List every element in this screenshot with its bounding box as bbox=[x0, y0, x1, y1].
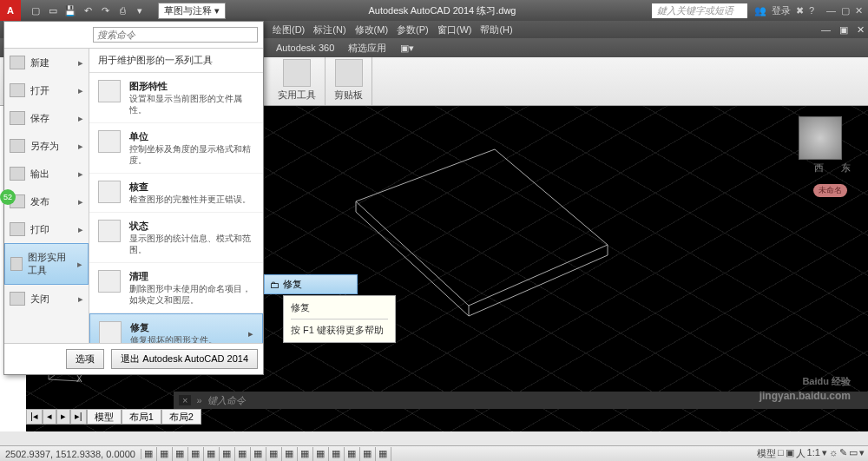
help-icon[interactable]: ? bbox=[809, 5, 814, 16]
status-toggle-5[interactable]: ▦ bbox=[220, 447, 235, 461]
cmdline-close-icon[interactable]: × bbox=[179, 395, 191, 405]
app-menu-item-2[interactable]: 保存▸ bbox=[4, 104, 89, 132]
watermark-url: jingyan.baidu.com bbox=[760, 390, 851, 402]
app-menu-search-input[interactable] bbox=[93, 27, 258, 43]
user-signin[interactable]: 登录 bbox=[772, 4, 791, 17]
qat-open-icon[interactable]: ▭ bbox=[45, 3, 61, 18]
status-toggle-4[interactable]: ▦ bbox=[204, 447, 220, 461]
status-toggle-2[interactable]: ▦ bbox=[173, 447, 188, 461]
status-toggle-6[interactable]: ▦ bbox=[235, 447, 251, 461]
exit-button[interactable]: 退出 Autodesk AutoCAD 2014 bbox=[111, 349, 258, 369]
qat-dropdown-icon[interactable]: ▾ bbox=[132, 3, 148, 18]
minimize-button[interactable]: — bbox=[826, 5, 836, 16]
help-search-input[interactable]: 鍵入关键字或短语 bbox=[652, 3, 747, 18]
app-menu-entry-1[interactable]: 单位控制坐标及角度的显示格式和精度。 bbox=[89, 123, 263, 174]
options-button[interactable]: 选项 bbox=[66, 349, 104, 369]
app-logo[interactable]: A bbox=[0, 0, 21, 21]
status-right-3[interactable]: 人 bbox=[796, 447, 806, 460]
status-toggle-12[interactable]: ▦ bbox=[329, 447, 345, 461]
menu-parametric[interactable]: 参数(P) bbox=[393, 23, 432, 36]
submenu-more-icon[interactable]: 🗀 bbox=[271, 293, 280, 304]
infocenter-icon[interactable]: 👥 bbox=[754, 5, 766, 16]
entry-title: 单位 bbox=[129, 130, 254, 143]
tab-expand-icon[interactable]: ▣▾ bbox=[393, 43, 421, 54]
status-toggle-14[interactable]: ▦ bbox=[360, 447, 376, 461]
cmdline-arrow-icon[interactable]: » bbox=[196, 395, 201, 405]
status-toggle-15[interactable]: ▦ bbox=[376, 447, 391, 461]
tab-nav-prev[interactable]: ◂ bbox=[43, 409, 56, 425]
status-toggle-13[interactable]: ▦ bbox=[345, 447, 360, 461]
menu-item-label: 保存 bbox=[30, 112, 49, 125]
ribbon-group-utilities[interactable]: 实用工具 bbox=[269, 57, 326, 105]
maximize-button[interactable]: ▢ bbox=[841, 5, 850, 16]
unnamed-view-pill[interactable]: 未命名 bbox=[813, 184, 847, 197]
status-toggle-3[interactable]: ▦ bbox=[188, 447, 204, 461]
status-right-4[interactable]: 1:1 bbox=[807, 447, 820, 460]
submenu-recover[interactable]: 🗀 修复 bbox=[264, 274, 358, 294]
qat-undo-icon[interactable]: ↶ bbox=[80, 3, 95, 18]
app-menu-entry-2[interactable]: 核查检查图形的完整性并更正错误。 bbox=[89, 174, 263, 213]
exchange-icon[interactable]: ✖ bbox=[796, 5, 804, 16]
app-menu-item-3[interactable]: 另存为▸ bbox=[4, 132, 89, 160]
doc-close-icon[interactable]: ✕ bbox=[853, 24, 868, 36]
qat-print-icon[interactable]: ⎙ bbox=[115, 3, 130, 18]
app-menu-item-7[interactable]: 图形实用工具▸ bbox=[4, 243, 89, 285]
chevron-right-icon: ▸ bbox=[78, 85, 83, 96]
menu-modify[interactable]: 修改(M) bbox=[352, 23, 392, 36]
doc-min-icon[interactable]: — bbox=[818, 24, 834, 35]
status-right-9[interactable]: ▾ bbox=[859, 447, 865, 460]
status-right-0[interactable]: 模型 bbox=[757, 447, 776, 460]
tab-nav-last[interactable]: ▸| bbox=[70, 409, 87, 425]
close-button[interactable]: ✕ bbox=[855, 5, 863, 16]
status-right-7[interactable]: ✎ bbox=[839, 447, 847, 460]
viewcube[interactable] bbox=[799, 116, 842, 160]
status-right-6[interactable]: ☼ bbox=[829, 447, 838, 460]
app-menu-item-6[interactable]: 打印▸ bbox=[4, 215, 89, 243]
status-toggle-9[interactable]: ▦ bbox=[282, 447, 298, 461]
doc-restore-icon[interactable]: ▣ bbox=[836, 24, 852, 36]
qat-save-icon[interactable]: 💾 bbox=[62, 3, 78, 18]
menu-dimension[interactable]: 标注(N) bbox=[310, 23, 349, 36]
tab-nav-first[interactable]: |◂ bbox=[26, 409, 43, 425]
status-toggle-11[interactable]: ▦ bbox=[313, 447, 329, 461]
status-right-8[interactable]: ▭ bbox=[849, 447, 858, 460]
menu-help[interactable]: 帮助(H) bbox=[477, 23, 516, 36]
tab-layout1[interactable]: 布局1 bbox=[122, 409, 161, 425]
chevron-right-icon: ▸ bbox=[78, 196, 83, 207]
app-menu-item-1[interactable]: 打开▸ bbox=[4, 76, 89, 104]
compass-east[interactable]: 东 bbox=[841, 161, 851, 175]
app-menu-entry-5[interactable]: 修复修复损坏的图形文件。▸ bbox=[89, 313, 263, 343]
status-toggle-10[interactable]: ▦ bbox=[298, 447, 313, 461]
menu-window[interactable]: 窗口(W) bbox=[434, 23, 476, 36]
status-toggle-8[interactable]: ▦ bbox=[266, 447, 282, 461]
tab-featured-apps[interactable]: 精选应用 bbox=[341, 42, 393, 55]
status-right-5[interactable]: ▾ bbox=[822, 447, 827, 460]
entry-icon bbox=[98, 80, 121, 102]
status-toggle-1[interactable]: ▦ bbox=[157, 447, 173, 461]
status-toggle-0[interactable]: ▦ bbox=[141, 447, 157, 461]
qat-new-icon[interactable]: ▢ bbox=[28, 3, 43, 18]
tab-model[interactable]: 模型 bbox=[87, 409, 122, 425]
app-menu-item-5[interactable]: 发布▸ bbox=[4, 188, 89, 215]
recover-icon: 🗀 bbox=[270, 280, 279, 290]
app-menu-item-4[interactable]: 输出▸ bbox=[4, 160, 89, 188]
app-menu-entry-3[interactable]: 状态显示图形的统计信息、模式和范围。 bbox=[89, 213, 263, 263]
menu-draw[interactable]: 绘图(D) bbox=[269, 23, 308, 36]
compass-west[interactable]: 西 bbox=[814, 161, 824, 175]
notification-badge[interactable]: 52 bbox=[0, 189, 16, 205]
tab-autodesk360[interactable]: Autodesk 360 bbox=[269, 43, 341, 53]
tab-nav-next[interactable]: ▸ bbox=[56, 409, 70, 425]
app-menu-item-0[interactable]: 新建▸ bbox=[4, 49, 89, 76]
app-menu-entry-0[interactable]: 图形特性设置和显示当前图形的文件属性。 bbox=[89, 73, 263, 123]
status-toggle-7[interactable]: ▦ bbox=[251, 447, 266, 461]
app-menu-item-8[interactable]: 关闭▸ bbox=[4, 285, 89, 313]
status-right-2[interactable]: ▣ bbox=[786, 447, 794, 460]
menu-item-icon bbox=[10, 292, 25, 306]
qat-redo-icon[interactable]: ↷ bbox=[97, 3, 113, 18]
app-menu-entry-4[interactable]: 清理删除图形中未使用的命名项目，如块定义和图层。 bbox=[89, 263, 263, 313]
status-right-1[interactable]: □ bbox=[778, 447, 784, 460]
entry-title: 状态 bbox=[129, 220, 254, 233]
workspace-selector[interactable]: 草图与注释 ▾ bbox=[158, 3, 226, 19]
ribbon-group-clipboard[interactable]: 剪贴板 bbox=[326, 57, 372, 105]
tab-layout2[interactable]: 布局2 bbox=[161, 409, 201, 425]
